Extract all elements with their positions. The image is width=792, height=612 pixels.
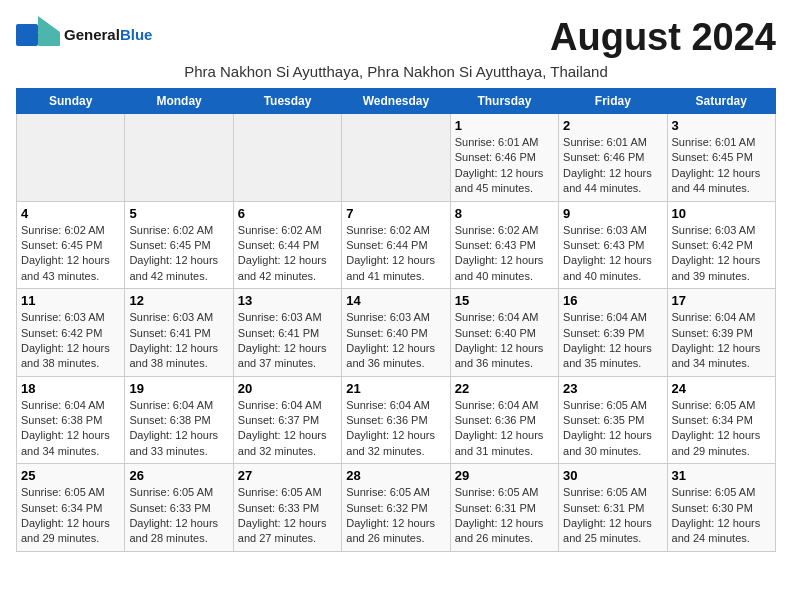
day-number: 13 bbox=[238, 293, 337, 308]
day-number: 25 bbox=[21, 468, 120, 483]
calendar-cell: 24Sunrise: 6:05 AM Sunset: 6:34 PM Dayli… bbox=[667, 376, 775, 464]
day-info: Sunrise: 6:05 AM Sunset: 6:34 PM Dayligh… bbox=[672, 398, 771, 460]
day-number: 23 bbox=[563, 381, 662, 396]
day-number: 18 bbox=[21, 381, 120, 396]
calendar-cell: 7Sunrise: 6:02 AM Sunset: 6:44 PM Daylig… bbox=[342, 201, 450, 289]
calendar-week-row: 4Sunrise: 6:02 AM Sunset: 6:45 PM Daylig… bbox=[17, 201, 776, 289]
day-number: 16 bbox=[563, 293, 662, 308]
day-info: Sunrise: 6:01 AM Sunset: 6:46 PM Dayligh… bbox=[563, 135, 662, 197]
svg-marker-1 bbox=[38, 16, 60, 32]
calendar-cell: 30Sunrise: 6:05 AM Sunset: 6:31 PM Dayli… bbox=[559, 464, 667, 552]
logo-icon bbox=[16, 16, 60, 52]
day-info: Sunrise: 6:02 AM Sunset: 6:44 PM Dayligh… bbox=[238, 223, 337, 285]
logo-general: GeneralBlue bbox=[64, 26, 152, 43]
day-info: Sunrise: 6:05 AM Sunset: 6:32 PM Dayligh… bbox=[346, 485, 445, 547]
day-info: Sunrise: 6:05 AM Sunset: 6:33 PM Dayligh… bbox=[238, 485, 337, 547]
calendar-week-row: 18Sunrise: 6:04 AM Sunset: 6:38 PM Dayli… bbox=[17, 376, 776, 464]
day-number: 31 bbox=[672, 468, 771, 483]
weekday-header-monday: Monday bbox=[125, 89, 233, 114]
day-info: Sunrise: 6:03 AM Sunset: 6:43 PM Dayligh… bbox=[563, 223, 662, 285]
day-info: Sunrise: 6:02 AM Sunset: 6:45 PM Dayligh… bbox=[21, 223, 120, 285]
day-number: 20 bbox=[238, 381, 337, 396]
weekday-header-sunday: Sunday bbox=[17, 89, 125, 114]
calendar-cell bbox=[233, 114, 341, 202]
day-info: Sunrise: 6:04 AM Sunset: 6:36 PM Dayligh… bbox=[455, 398, 554, 460]
calendar-cell: 5Sunrise: 6:02 AM Sunset: 6:45 PM Daylig… bbox=[125, 201, 233, 289]
calendar-cell: 31Sunrise: 6:05 AM Sunset: 6:30 PM Dayli… bbox=[667, 464, 775, 552]
svg-rect-2 bbox=[38, 32, 60, 46]
calendar-cell: 17Sunrise: 6:04 AM Sunset: 6:39 PM Dayli… bbox=[667, 289, 775, 377]
day-number: 29 bbox=[455, 468, 554, 483]
calendar-cell: 29Sunrise: 6:05 AM Sunset: 6:31 PM Dayli… bbox=[450, 464, 558, 552]
month-title: August 2024 bbox=[550, 16, 776, 59]
calendar-cell: 22Sunrise: 6:04 AM Sunset: 6:36 PM Dayli… bbox=[450, 376, 558, 464]
day-info: Sunrise: 6:03 AM Sunset: 6:41 PM Dayligh… bbox=[238, 310, 337, 372]
calendar-cell: 23Sunrise: 6:05 AM Sunset: 6:35 PM Dayli… bbox=[559, 376, 667, 464]
calendar-cell: 9Sunrise: 6:03 AM Sunset: 6:43 PM Daylig… bbox=[559, 201, 667, 289]
logo: GeneralBlue bbox=[16, 16, 152, 52]
day-info: Sunrise: 6:03 AM Sunset: 6:42 PM Dayligh… bbox=[21, 310, 120, 372]
day-info: Sunrise: 6:02 AM Sunset: 6:44 PM Dayligh… bbox=[346, 223, 445, 285]
day-info: Sunrise: 6:04 AM Sunset: 6:40 PM Dayligh… bbox=[455, 310, 554, 372]
day-info: Sunrise: 6:04 AM Sunset: 6:39 PM Dayligh… bbox=[672, 310, 771, 372]
calendar-cell bbox=[17, 114, 125, 202]
calendar-cell: 6Sunrise: 6:02 AM Sunset: 6:44 PM Daylig… bbox=[233, 201, 341, 289]
weekday-header-friday: Friday bbox=[559, 89, 667, 114]
day-number: 5 bbox=[129, 206, 228, 221]
day-info: Sunrise: 6:04 AM Sunset: 6:38 PM Dayligh… bbox=[21, 398, 120, 460]
calendar-cell: 25Sunrise: 6:05 AM Sunset: 6:34 PM Dayli… bbox=[17, 464, 125, 552]
day-info: Sunrise: 6:04 AM Sunset: 6:37 PM Dayligh… bbox=[238, 398, 337, 460]
day-info: Sunrise: 6:05 AM Sunset: 6:30 PM Dayligh… bbox=[672, 485, 771, 547]
day-number: 9 bbox=[563, 206, 662, 221]
day-number: 28 bbox=[346, 468, 445, 483]
calendar-cell: 19Sunrise: 6:04 AM Sunset: 6:38 PM Dayli… bbox=[125, 376, 233, 464]
day-number: 4 bbox=[21, 206, 120, 221]
calendar-cell: 15Sunrise: 6:04 AM Sunset: 6:40 PM Dayli… bbox=[450, 289, 558, 377]
calendar-week-row: 11Sunrise: 6:03 AM Sunset: 6:42 PM Dayli… bbox=[17, 289, 776, 377]
calendar-cell: 13Sunrise: 6:03 AM Sunset: 6:41 PM Dayli… bbox=[233, 289, 341, 377]
weekday-header-saturday: Saturday bbox=[667, 89, 775, 114]
day-info: Sunrise: 6:01 AM Sunset: 6:45 PM Dayligh… bbox=[672, 135, 771, 197]
day-number: 26 bbox=[129, 468, 228, 483]
day-number: 7 bbox=[346, 206, 445, 221]
day-number: 14 bbox=[346, 293, 445, 308]
day-info: Sunrise: 6:02 AM Sunset: 6:45 PM Dayligh… bbox=[129, 223, 228, 285]
day-info: Sunrise: 6:04 AM Sunset: 6:39 PM Dayligh… bbox=[563, 310, 662, 372]
calendar-cell: 21Sunrise: 6:04 AM Sunset: 6:36 PM Dayli… bbox=[342, 376, 450, 464]
weekday-header-row: SundayMondayTuesdayWednesdayThursdayFrid… bbox=[17, 89, 776, 114]
calendar-cell: 26Sunrise: 6:05 AM Sunset: 6:33 PM Dayli… bbox=[125, 464, 233, 552]
calendar-week-row: 25Sunrise: 6:05 AM Sunset: 6:34 PM Dayli… bbox=[17, 464, 776, 552]
calendar-cell: 11Sunrise: 6:03 AM Sunset: 6:42 PM Dayli… bbox=[17, 289, 125, 377]
calendar-cell bbox=[125, 114, 233, 202]
day-info: Sunrise: 6:04 AM Sunset: 6:38 PM Dayligh… bbox=[129, 398, 228, 460]
calendar-week-row: 1Sunrise: 6:01 AM Sunset: 6:46 PM Daylig… bbox=[17, 114, 776, 202]
day-info: Sunrise: 6:05 AM Sunset: 6:34 PM Dayligh… bbox=[21, 485, 120, 547]
calendar-cell: 16Sunrise: 6:04 AM Sunset: 6:39 PM Dayli… bbox=[559, 289, 667, 377]
day-info: Sunrise: 6:05 AM Sunset: 6:35 PM Dayligh… bbox=[563, 398, 662, 460]
day-info: Sunrise: 6:04 AM Sunset: 6:36 PM Dayligh… bbox=[346, 398, 445, 460]
day-number: 19 bbox=[129, 381, 228, 396]
day-info: Sunrise: 6:03 AM Sunset: 6:42 PM Dayligh… bbox=[672, 223, 771, 285]
day-number: 21 bbox=[346, 381, 445, 396]
day-number: 11 bbox=[21, 293, 120, 308]
calendar-cell: 1Sunrise: 6:01 AM Sunset: 6:46 PM Daylig… bbox=[450, 114, 558, 202]
day-number: 2 bbox=[563, 118, 662, 133]
day-number: 6 bbox=[238, 206, 337, 221]
day-number: 24 bbox=[672, 381, 771, 396]
calendar-cell: 3Sunrise: 6:01 AM Sunset: 6:45 PM Daylig… bbox=[667, 114, 775, 202]
day-number: 22 bbox=[455, 381, 554, 396]
calendar-cell: 12Sunrise: 6:03 AM Sunset: 6:41 PM Dayli… bbox=[125, 289, 233, 377]
calendar-cell: 14Sunrise: 6:03 AM Sunset: 6:40 PM Dayli… bbox=[342, 289, 450, 377]
day-info: Sunrise: 6:03 AM Sunset: 6:41 PM Dayligh… bbox=[129, 310, 228, 372]
calendar-cell: 8Sunrise: 6:02 AM Sunset: 6:43 PM Daylig… bbox=[450, 201, 558, 289]
subtitle: Phra Nakhon Si Ayutthaya, Phra Nakhon Si… bbox=[16, 63, 776, 80]
calendar-cell: 27Sunrise: 6:05 AM Sunset: 6:33 PM Dayli… bbox=[233, 464, 341, 552]
day-number: 17 bbox=[672, 293, 771, 308]
day-info: Sunrise: 6:05 AM Sunset: 6:31 PM Dayligh… bbox=[563, 485, 662, 547]
calendar-cell: 4Sunrise: 6:02 AM Sunset: 6:45 PM Daylig… bbox=[17, 201, 125, 289]
calendar-cell: 2Sunrise: 6:01 AM Sunset: 6:46 PM Daylig… bbox=[559, 114, 667, 202]
weekday-header-thursday: Thursday bbox=[450, 89, 558, 114]
calendar-cell bbox=[342, 114, 450, 202]
day-info: Sunrise: 6:02 AM Sunset: 6:43 PM Dayligh… bbox=[455, 223, 554, 285]
header: GeneralBlue August 2024 bbox=[16, 16, 776, 59]
